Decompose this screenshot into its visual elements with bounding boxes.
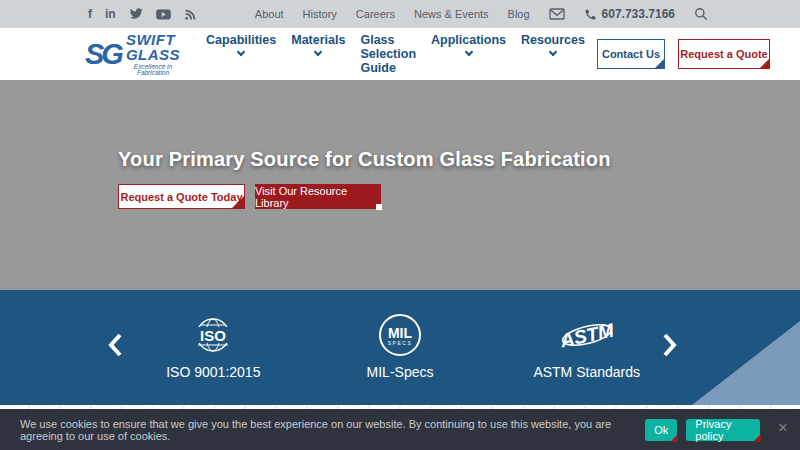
iso-globe-icon: ISO (190, 312, 236, 358)
social-links: f in (88, 8, 197, 21)
topbar-link-careers[interactable]: Careers (356, 8, 395, 20)
twitter-icon[interactable] (129, 8, 143, 20)
logo-name: SWIFT GLASS (126, 32, 180, 62)
cert-item-mil-specs[interactable]: MIL SPECS MIL-Specs (307, 312, 494, 380)
cert-item-astm[interactable]: ASTM ASTM Standards (493, 312, 680, 380)
search-icon[interactable] (694, 7, 708, 21)
phone-icon (584, 8, 597, 21)
top-utility-right: About History Careers News & Events Blog… (255, 7, 708, 21)
logo-monogram: SG (85, 40, 121, 69)
phone-number: 607.733.7166 (602, 7, 675, 21)
privacy-policy-button[interactable]: Privacy policy (686, 419, 760, 441)
request-quote-today-button[interactable]: Request a Quote Today (118, 184, 245, 209)
rss-icon[interactable] (184, 8, 197, 21)
chevron-down-icon (237, 48, 245, 56)
top-utility-bar: f in About History Careers News & Events… (0, 0, 800, 28)
chevron-down-icon (549, 48, 557, 56)
chevron-down-icon (314, 48, 322, 56)
email-envelope-icon[interactable] (549, 8, 565, 20)
carousel-next-button[interactable] (658, 328, 682, 365)
mil-specs-badge-icon: MIL SPECS (377, 312, 423, 358)
certification-carousel: ISO ISO 9001:2015 MIL SPECS MIL-Specs AS… (120, 312, 680, 380)
topbar-link-about[interactable]: About (255, 8, 284, 20)
swift-glass-homepage: f in About History Careers News & Events… (0, 0, 800, 450)
cookie-consent-bar: We use cookies to ensure that we give yo… (0, 409, 800, 450)
astm-emblem-icon: ASTM (558, 312, 616, 358)
decorative-triangle (692, 321, 800, 405)
svg-text:MIL: MIL (388, 325, 413, 341)
svg-text:SPECS: SPECS (388, 340, 412, 346)
hero-banner: Your Primary Source for Custom Glass Fab… (0, 80, 800, 290)
topbar-link-news-events[interactable]: News & Events (414, 8, 489, 20)
certifications-band: ISO ISO 9001:2015 MIL SPECS MIL-Specs AS… (0, 290, 800, 405)
phone-link[interactable]: 607.733.7166 (584, 7, 675, 21)
swift-glass-logo[interactable]: SG SWIFT GLASS Excellence in Fabrication (85, 32, 180, 77)
facebook-icon[interactable]: f (88, 8, 92, 20)
nav-resources[interactable]: Resources (521, 33, 585, 55)
cookie-ok-button[interactable]: Ok (645, 419, 677, 441)
svg-text:ISO: ISO (200, 327, 226, 344)
logo-tagline: Excellence in Fabrication (126, 64, 180, 77)
main-header: SG SWIFT GLASS Excellence in Fabrication… (0, 28, 800, 80)
topbar-link-blog[interactable]: Blog (508, 8, 530, 20)
close-icon[interactable]: × (778, 419, 788, 436)
nav-applications[interactable]: Applications (431, 33, 506, 55)
topbar-link-history[interactable]: History (303, 8, 337, 20)
resource-library-button[interactable]: Visit Our Resource Library (255, 184, 381, 209)
nav-materials[interactable]: Materials (291, 33, 345, 55)
nav-glass-selection-guide[interactable]: Glass Selection Guide (360, 33, 416, 75)
cookie-message: We use cookies to ensure that we give yo… (20, 418, 636, 442)
request-a-quote-button[interactable]: Request a Quote (678, 39, 770, 69)
chevron-down-icon (464, 48, 472, 56)
youtube-icon[interactable] (156, 9, 171, 20)
content-below: We use cookies to ensure that we give yo… (0, 405, 800, 450)
primary-nav: Capabilities Materials Glass Selection G… (206, 33, 585, 75)
nav-capabilities[interactable]: Capabilities (206, 33, 276, 55)
cert-item-iso[interactable]: ISO ISO 9001:2015 (120, 312, 307, 380)
cert-label: MIL-Specs (367, 364, 434, 380)
contact-us-button[interactable]: Contact Us (597, 39, 665, 69)
cert-label: ASTM Standards (533, 364, 640, 380)
cert-label: ISO 9001:2015 (166, 364, 260, 380)
linkedin-icon[interactable]: in (105, 8, 116, 20)
hero-heading: Your Primary Source for Custom Glass Fab… (118, 148, 800, 171)
